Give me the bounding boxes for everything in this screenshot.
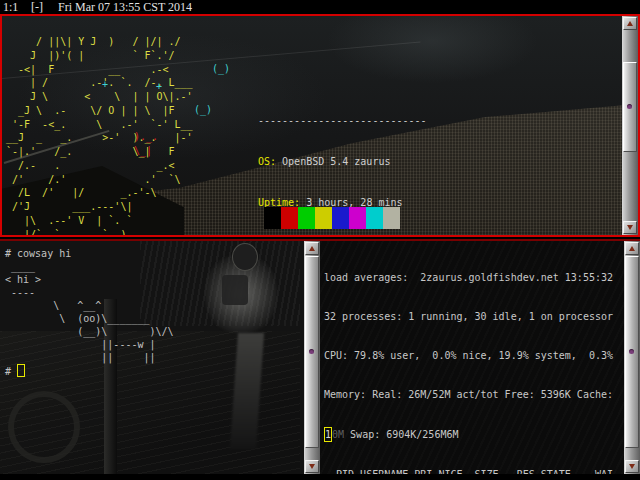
top-status-line: 10M Swap: 6904K/256M6M (324, 427, 613, 442)
red-art-accent: )._. (134, 130, 158, 144)
color-swatch (298, 207, 315, 229)
cowsay-terminal-window[interactable]: # cowsay hi ____ < hi > ---- \ ^__^ \ (o… (0, 239, 320, 474)
top-status-line: CPU: 79.8% user, 0.0% nice, 19.9% system… (324, 349, 613, 362)
swap-text: Swap: 6904K/256M6M (344, 429, 458, 440)
desktop: 1:1 [-] Fri Mar 07 13:55 CST 2014 / ||\|… (0, 0, 640, 480)
sparkle-accent: + (102, 78, 108, 92)
info-label: OS: (258, 156, 276, 167)
prompt-text: # (5, 366, 17, 377)
cowsay-output: # cowsay hi ____ < hi > ---- \ ^__^ \ (o… (5, 247, 174, 364)
color-swatch (315, 207, 332, 229)
terminal-cursor (17, 364, 25, 377)
scrollbar-thumb[interactable] (305, 256, 319, 448)
top-output: load averages: 2zaurus.goldfishdev.net 1… (324, 245, 613, 474)
color-swatch (349, 207, 366, 229)
info-value: OpenBSD 5.4 zaurus (276, 156, 390, 167)
terminal-cursor: 1 (324, 427, 332, 442)
dim-text: 0M (332, 429, 344, 440)
figure-shirt-print-decor (222, 275, 248, 305)
machinery-decor (8, 391, 80, 463)
taskbar: 1:1 [-] Fri Mar 07 13:55 CST 2014 (0, 0, 640, 14)
scrollbar[interactable] (624, 241, 640, 474)
bubble-accent: (_) (194, 103, 212, 117)
arrow-up-icon (627, 21, 633, 26)
scrollbar[interactable] (622, 16, 638, 235)
screenfetch-terminal-window[interactable]: / ||\| Y J ) / |/| ./ J |)'( | ` F`.'/ -… (0, 14, 640, 237)
bubble-accent: (_) (212, 62, 230, 76)
color-swatch (366, 207, 383, 229)
top-status-line: 32 processes: 1 running, 30 idle, 1 on p… (324, 310, 613, 323)
info-divider: ---------------------------- (258, 114, 601, 128)
scroll-down-button[interactable] (623, 221, 637, 234)
system-info-line: OS: OpenBSD 5.4 zaurus (258, 155, 601, 169)
color-swatch (264, 207, 281, 229)
arrow-up-icon (309, 246, 315, 251)
scroll-down-button[interactable] (305, 460, 319, 473)
clock: Fri Mar 07 13:55 CST 2014 (58, 0, 192, 14)
top-status-line: load averages: 2zaurus.goldfishdev.net 1… (324, 271, 613, 284)
scroll-up-button[interactable] (305, 242, 319, 255)
figure-head-decor (232, 243, 258, 271)
iconify-button[interactable]: [-] (31, 0, 43, 14)
color-swatch (281, 207, 298, 229)
arrow-down-icon (309, 464, 315, 469)
scrollbar[interactable] (304, 241, 320, 474)
color-swatch (383, 207, 400, 229)
arrow-up-icon (629, 246, 635, 251)
top-terminal-window[interactable]: load averages: 2zaurus.goldfishdev.net 1… (320, 239, 640, 474)
top-status-line: Memory: Real: 26M/52M act/tot Free: 5396… (324, 388, 613, 401)
pager-indicator[interactable]: 1:1 (3, 0, 18, 14)
terminal-color-palette (264, 207, 400, 229)
openbsd-puffy-ascii-art: / ||\| Y J ) / |/| ./ J |)'( | ` F`.'/ -… (6, 35, 193, 237)
process-table-header: PID USERNAME PRI NICE SIZE RES STATE WAI (324, 468, 613, 474)
color-swatch (332, 207, 349, 229)
shell-prompt: # (5, 364, 25, 378)
arrow-down-icon (627, 225, 633, 230)
scroll-down-button[interactable] (625, 460, 639, 473)
sparkle-accent: + (156, 80, 162, 94)
scrollbar-thumb[interactable] (625, 256, 639, 448)
scrollbar-thumb[interactable] (623, 62, 637, 152)
red-art-accent: \_| (134, 144, 152, 158)
scroll-up-button[interactable] (623, 17, 637, 30)
arrow-down-icon (629, 464, 635, 469)
scroll-up-button[interactable] (625, 242, 639, 255)
